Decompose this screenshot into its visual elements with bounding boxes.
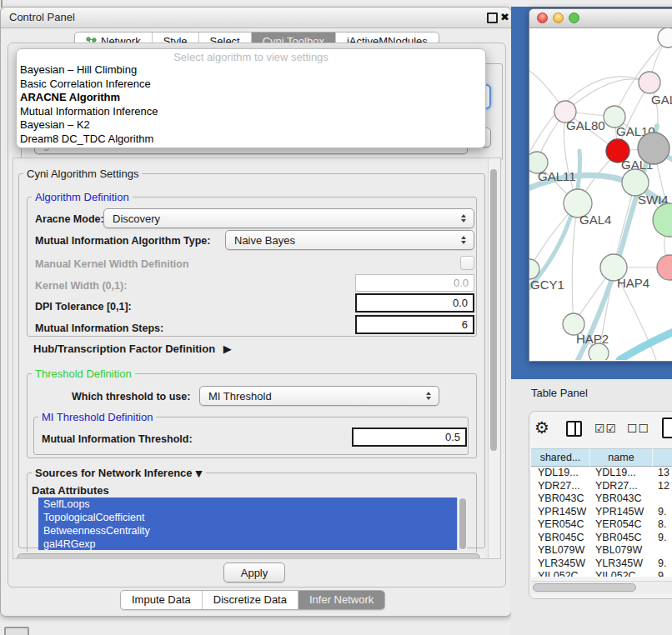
column-header[interactable]: A [653,448,672,467]
table-cell: YLR345W [531,558,590,571]
table-hscrollbar[interactable] [531,581,672,594]
cropped-window-icon [4,627,29,635]
table-cell: YDR27... [590,480,653,493]
select-all-columns-icon[interactable]: ☑☑ [594,422,617,435]
algorithm-option[interactable]: Bayesian – K2 [17,118,485,132]
manual-kernel-checkbox[interactable] [460,256,474,270]
screen: Control Panel ✖ NetworkStyleSelectCyni T… [0,0,672,635]
combo-arrows-icon [461,214,474,222]
tab-infer-network[interactable]: Infer Network [298,591,384,609]
table-row[interactable]: YBL079WYBL079W [531,544,672,558]
algorithm-option[interactable]: Basic Correlation Inference [17,78,485,92]
tab-impute-data[interactable]: Impute Data [121,591,203,609]
table-cell: YBR043C [590,492,653,506]
attribute-item[interactable]: gal4RGexp [38,538,457,550]
deselect-all-columns-icon[interactable]: ☐☐ [627,422,649,435]
combo-arrows-icon [426,392,439,400]
table-row[interactable]: YDL19...YDL19...13 [531,467,672,480]
mi-threshold-field[interactable]: 0.5 [352,428,467,447]
algorithm-option[interactable]: Dream8 DC_TDC Algorithm [17,132,485,147]
scrollbar-thumb[interactable] [533,583,636,592]
cyni-settings-title: Cyni Algorithm Settings [23,168,142,180]
hub-definition-label: Hub/Transcription Factor Definition [33,342,215,355]
algorithm-option[interactable]: Bayesian – Hill Climbing [17,63,485,78]
kernel-width-label: Kernel Width (0,1): [35,280,127,292]
sources-title: Sources for Network Inference [35,467,193,479]
table-cell: 9. [653,532,672,545]
tab-label: Infer Network [309,591,374,609]
dpi-tolerance-label: DPI Tolerance [0,1]: [35,301,132,312]
settings-vscrollbar[interactable] [488,158,499,558]
apply-button[interactable]: Apply [223,562,285,582]
hub-definition-expander[interactable]: Hub/Transcription Factor Definition ▶ [33,342,232,355]
sources-expander[interactable]: Sources for Network Inference ▼ [32,467,206,479]
close-icon[interactable]: ✖ [500,11,509,23]
attribute-item[interactable]: BetweennessCentrality [38,524,457,538]
table-row[interactable]: YER054CYER054C8. [531,518,672,532]
table-row[interactable]: YLR345WYLR345W9. [531,558,672,571]
combo-arrows-icon [461,236,474,244]
table-row[interactable]: YDR27...YDR27...12 [531,480,672,493]
node-label: GAL4 [579,212,611,227]
split-columns-icon[interactable] [566,421,582,437]
table-row[interactable]: YPR145WYPR145W9. [531,506,672,519]
which-threshold-combo[interactable]: MI Threshold [199,386,439,406]
new-table-icon[interactable] [662,418,672,438]
aracne-mode-value: Discovery [113,212,461,225]
table-cell: YBL079W [590,544,653,558]
node-label: GAL11 [538,169,576,183]
table-cell: 9. [653,558,672,571]
column-header[interactable]: shared... [531,448,590,467]
node-label: GCY1 [530,278,564,292]
kernel-width-field[interactable]: 0.0 [355,274,474,292]
zoom-traffic-light[interactable] [569,12,579,23]
table-cell: 12 [653,480,672,493]
attributes-list-scrollbar[interactable] [457,498,467,550]
aracne-mode-combo[interactable]: Discovery [103,208,474,228]
minimize-traffic-light[interactable] [553,12,564,23]
table-cell: YPR145W [590,506,653,519]
node-label: GAL80 [566,118,605,132]
network-node-gal[interactable] [639,72,660,93]
mi-steps-field[interactable]: 6 [355,315,474,334]
cyni-bottom-tabbar: Impute DataDiscretize DataInfer Network [120,590,385,610]
scrollbar-thumb[interactable] [459,498,466,549]
table-body: YDL19...YDL19...13YDR27...YDR27...12YBR0… [531,467,672,577]
scrollbar-thumb[interactable] [490,169,497,451]
table-row[interactable]: YBR045CYBR045C9. [531,532,672,545]
gear-icon[interactable]: ⚙ [534,418,549,438]
node-table: shared...nameA YDL19...YDL19...13YDR27..… [531,448,672,577]
tab-label: Discretize Data [213,591,287,609]
network-canvas[interactable]: GALGAL80GAL10GAL1GAL11SWI4GAL4GCY1HAP4YH… [529,28,672,360]
mi-type-combo[interactable]: Naive Bayes [225,230,474,250]
network-node[interactable] [638,132,669,164]
settings-hscrollbar[interactable] [15,552,485,559]
data-attributes-list[interactable]: SelfLoopsTopologicalCoefficientBetweenne… [38,498,457,550]
column-header[interactable]: name [590,448,653,467]
table-row[interactable]: YIL052CYIL052C9. [531,570,672,577]
table-cell: 13 [653,467,672,480]
table-cell: YDR27... [531,480,590,493]
attribute-item[interactable]: TopologicalCoefficient [38,511,457,524]
table-cell: YBR043C [531,492,590,506]
scrollbar-thumb[interactable] [17,553,480,559]
network-node[interactable] [658,28,672,48]
algorithm-list: Bayesian – Hill ClimbingBasic Correlatio… [17,63,485,146]
close-traffic-light[interactable] [537,12,548,23]
network-node[interactable] [653,203,672,237]
table-cell: YDL19... [531,467,590,480]
tab-discretize-data[interactable]: Discretize Data [203,591,298,609]
data-attributes-label: Data Attributes [32,484,109,497]
mi-threshold-title: MI Threshold Definition [38,411,156,423]
attribute-item[interactable]: SelfLoops [38,498,457,511]
algorithm-option[interactable]: ARACNE Algorithm [17,91,485,105]
network-node[interactable] [589,343,609,360]
algorithm-option[interactable]: Mutual Information Inference [17,105,485,119]
float-window-icon[interactable] [487,12,498,23]
table-cell: YDL19... [590,467,653,480]
table-row[interactable]: YBR043CYBR043C [531,492,672,506]
which-threshold-value: MI Threshold [208,390,426,402]
network-node-y[interactable] [657,255,672,280]
mi-type-label: Mutual Information Algorithm Type: [35,235,210,247]
dpi-tolerance-field[interactable]: 0.0 [355,293,474,312]
